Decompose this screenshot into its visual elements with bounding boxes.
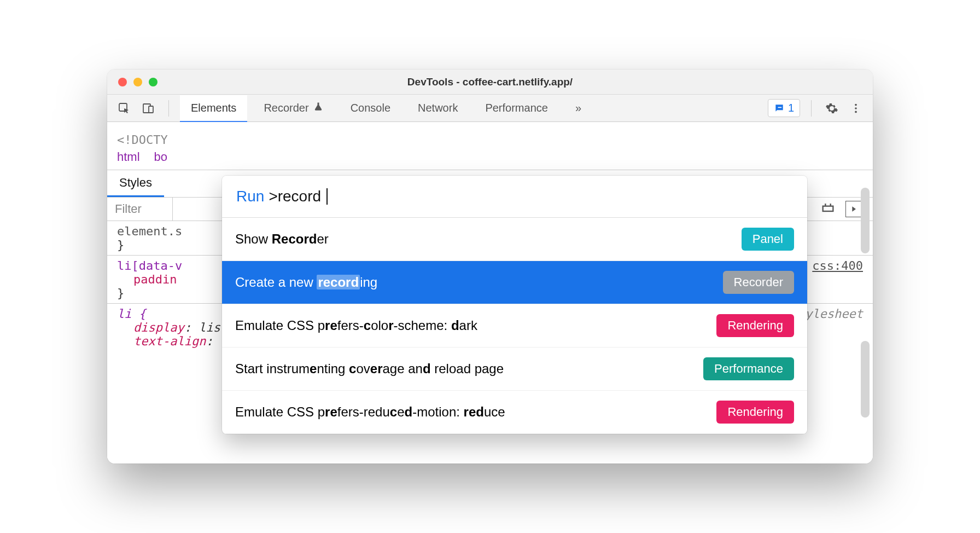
- svg-point-5: [855, 107, 857, 109]
- elements-panel: <!DOCTY html bo Styles Filter element.s: [107, 122, 873, 464]
- issues-icon: [774, 103, 785, 114]
- palette-item-text: Show Recorder: [235, 231, 329, 247]
- palette-typed-text: >record: [269, 188, 321, 205]
- css-brace: }: [117, 286, 182, 300]
- minimize-window-button[interactable]: [133, 78, 142, 86]
- inspect-element-icon[interactable]: [115, 99, 133, 118]
- css-source-link[interactable]: css:400: [812, 259, 863, 273]
- css-selector: element.s: [117, 224, 182, 238]
- tab-console[interactable]: Console: [340, 95, 401, 121]
- palette-item-text: Emulate CSS prefers-color-scheme: dark: [235, 318, 477, 333]
- kebab-menu-icon[interactable]: [847, 99, 865, 118]
- css-brace: }: [117, 238, 182, 252]
- command-palette-list: Show RecorderPanelCreate a new recording…: [222, 218, 807, 434]
- tab-more[interactable]: »: [564, 95, 592, 121]
- dom-tree[interactable]: <!DOCTY: [107, 122, 873, 147]
- command-palette-item[interactable]: Start instrumenting coverage and reload …: [222, 347, 807, 391]
- devtools-window: DevTools - coffee-cart.netlify.app/ Elem…: [107, 69, 873, 464]
- styles-scrollbar[interactable]: [861, 341, 870, 418]
- tab-recorder-label: Recorder: [264, 102, 308, 114]
- styles-tab[interactable]: Styles: [107, 170, 164, 197]
- css-property: display: [133, 321, 184, 334]
- command-palette-input[interactable]: Run >record: [222, 176, 807, 218]
- tab-network[interactable]: Network: [407, 95, 469, 121]
- palette-item-text: Emulate CSS prefers-reduced-motion: redu…: [235, 404, 505, 420]
- svg-rect-7: [823, 206, 833, 211]
- styles-filter-input[interactable]: Filter: [107, 198, 173, 221]
- separator: [168, 100, 169, 117]
- palette-item-category-badge: Panel: [742, 228, 794, 251]
- separator: [811, 100, 812, 117]
- palette-item-text: Create a new recording: [235, 275, 377, 290]
- palette-item-text: Start instrumenting coverage and reload …: [235, 361, 504, 376]
- issues-count: 1: [788, 102, 794, 114]
- zoom-window-button[interactable]: [149, 78, 158, 86]
- command-palette: Run >record Show RecorderPanelCreate a n…: [222, 176, 807, 434]
- tab-elements[interactable]: Elements: [180, 95, 247, 122]
- window-traffic-lights: [118, 78, 158, 86]
- svg-point-4: [855, 103, 857, 106]
- tab-elements-label: Elements: [191, 102, 236, 114]
- tab-performance[interactable]: Performance: [474, 95, 559, 121]
- tab-performance-label: Performance: [485, 102, 548, 114]
- command-palette-item[interactable]: Emulate CSS prefers-color-scheme: darkRe…: [222, 304, 807, 347]
- palette-item-category-badge: Performance: [703, 357, 794, 380]
- toggle-classes-icon[interactable]: [845, 201, 862, 217]
- command-palette-item[interactable]: Show RecorderPanel: [222, 218, 807, 261]
- text-caret: [326, 188, 328, 205]
- dom-scrollbar[interactable]: [861, 188, 870, 253]
- breadcrumb-item[interactable]: html: [117, 150, 140, 164]
- css-property: text-align: [133, 334, 206, 348]
- tab-console-label: Console: [351, 102, 390, 114]
- flask-icon: [313, 102, 323, 114]
- svg-point-6: [855, 111, 857, 113]
- styles-tab-label: Styles: [119, 176, 152, 189]
- device-toolbar-icon[interactable]: [139, 99, 158, 118]
- tab-recorder[interactable]: Recorder: [253, 95, 334, 121]
- palette-item-category-badge: Recorder: [723, 271, 794, 294]
- issues-button[interactable]: 1: [768, 99, 800, 117]
- svg-rect-2: [149, 106, 153, 113]
- svg-rect-3: [778, 107, 781, 108]
- command-palette-item[interactable]: Create a new recordingRecorder: [222, 261, 807, 304]
- settings-gear-icon[interactable]: [822, 99, 841, 118]
- command-palette-item[interactable]: Emulate CSS prefers-reduced-motion: redu…: [222, 391, 807, 434]
- palette-run-label: Run: [236, 188, 264, 205]
- devtools-tabstrip: Elements Recorder Console Network Perfor…: [107, 95, 873, 122]
- window-title: DevTools - coffee-cart.netlify.app/: [407, 76, 573, 88]
- css-selector: li[data-v: [117, 259, 182, 273]
- palette-item-category-badge: Rendering: [716, 401, 794, 424]
- close-window-button[interactable]: [118, 78, 127, 86]
- tab-network-label: Network: [418, 102, 458, 114]
- palette-item-category-badge: Rendering: [716, 314, 794, 337]
- hover-tool-icon[interactable]: [820, 200, 836, 218]
- css-property: paddin: [133, 273, 177, 286]
- dom-line: <!DOCTY: [117, 133, 863, 147]
- breadcrumb[interactable]: html bo: [107, 147, 873, 170]
- breadcrumb-item[interactable]: bo: [154, 150, 167, 164]
- window-titlebar: DevTools - coffee-cart.netlify.app/: [107, 69, 873, 95]
- more-tabs-icon: »: [575, 102, 581, 114]
